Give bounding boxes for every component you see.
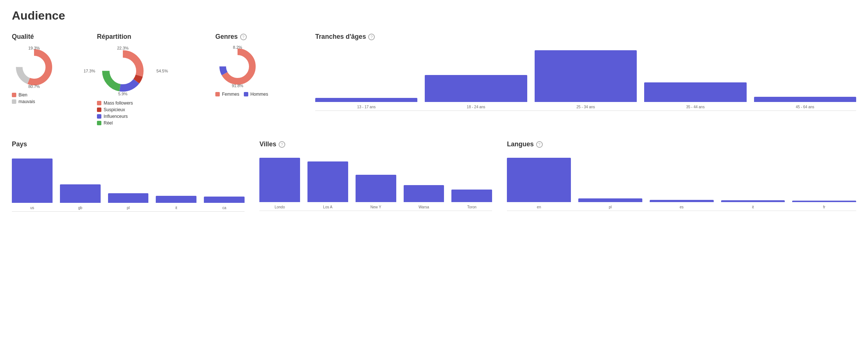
pays-title: Pays (12, 140, 245, 148)
genres-help-icon[interactable]: ? (240, 34, 247, 40)
qualite-title: Qualité (12, 33, 34, 41)
villes-header: Villes ? (259, 140, 492, 148)
bar-group-Londo: Londo (259, 158, 300, 209)
bar-label-18 - 24 ans: 18 - 24 ans (467, 105, 485, 109)
bar-label-fr: fr (823, 205, 825, 209)
bar-label-Los A: Los A (323, 205, 332, 209)
legend-label-suspicieux: Suspicieux (104, 107, 125, 112)
legend-dot-influenceurs (97, 114, 101, 119)
langues-help-icon[interactable]: ? (536, 141, 543, 148)
bar-ca (204, 197, 245, 203)
genres-legend: Femmes Hommes (215, 92, 268, 97)
langues-section: Langues ? enplesitfr (507, 140, 856, 212)
bar-label-45 - 64 ans: 45 - 64 ans (796, 105, 814, 109)
bar-en (507, 158, 571, 202)
bar-New Y (356, 175, 396, 202)
bar-label-25 - 34 ans: 25 - 34 ans (576, 105, 595, 109)
legend-label-mass: Mass followers (104, 100, 133, 106)
bar-label-en: en (537, 205, 541, 209)
legend-label-bien: Bien (18, 92, 27, 98)
genres-section: Genres ? 8.2% 91.8% Femmes Hommes (215, 33, 297, 97)
legend-item-reel: Réel (97, 120, 133, 126)
bar-label-gb: gb (78, 206, 82, 210)
bar-group-es: es (650, 200, 714, 209)
bar-fr (792, 201, 856, 202)
bar-label-Londo: Londo (275, 205, 285, 209)
repartition-legend: Mass followers Suspicieux Influenceurs R… (97, 100, 133, 126)
bar-pl (108, 193, 149, 203)
pays-section: Pays usgbplitca (12, 140, 245, 212)
repartition-label-right: 54.5% (157, 69, 168, 73)
bar-25 - 34 ans (535, 50, 637, 102)
bar-label-35 - 44 ans: 35 - 44 ans (686, 105, 704, 109)
bar-label-us: us (30, 206, 34, 210)
bar-group-Los A: Los A (307, 161, 348, 209)
legend-item-influenceurs: Influenceurs (97, 114, 133, 119)
repartition-donut: 22.3% 54.5% 5.9% 17.3% (97, 45, 149, 97)
bar-35 - 44 ans (644, 82, 746, 102)
langues-header: Langues ? (507, 140, 856, 148)
bar-it (156, 196, 196, 203)
legend-item-bien: Bien (12, 92, 35, 98)
repartition-label-bottom: 5.9% (118, 92, 127, 96)
bar-group-Warsa: Warsa (404, 185, 444, 209)
genres-header: Genres ? (215, 33, 247, 41)
bar-label-it: it (175, 206, 177, 210)
bar-us (12, 159, 53, 203)
langues-title: Langues (507, 140, 534, 148)
pays-bar-chart: usgbplitca (12, 153, 245, 212)
bar-group-New Y: New Y (356, 175, 396, 209)
bar-group-fr: fr (792, 201, 856, 209)
bar-group-25 - 34 ans: 25 - 34 ans (535, 50, 637, 109)
langues-bar-chart: enplesitfr (507, 152, 856, 211)
legend-dot-mauvais (12, 99, 16, 104)
legend-label-reel: Réel (104, 120, 113, 126)
repartition-label-top: 22.3% (117, 46, 128, 50)
qualite-label-bottom: 80.7% (28, 84, 40, 89)
bar-group-it: it (156, 196, 196, 210)
qualite-donut: 19.3% 80.7% (12, 45, 56, 89)
bar-label-it: it (752, 205, 754, 209)
tranches-bar-chart: 13 - 17 ans18 - 24 ans25 - 34 ans35 - 44… (315, 44, 856, 111)
repartition-section: Répartition 22.3% 54.5% 5.9% 17.3% (97, 33, 201, 126)
legend-item-mass: Mass followers (97, 100, 133, 106)
legend-item-mauvais: mauvais (12, 99, 35, 104)
villes-section: Villes ? LondoLos ANew YWarsaToron (259, 140, 492, 212)
qualite-label-top: 19.3% (28, 46, 40, 50)
bar-group-35 - 44 ans: 35 - 44 ans (644, 82, 746, 109)
bar-group-us: us (12, 159, 53, 210)
genres-label-top: 8.2% (233, 45, 242, 50)
genres-donut: 8.2% 91.8% (215, 44, 260, 89)
bar-label-es: es (680, 205, 684, 209)
bar-label-Warsa: Warsa (418, 205, 429, 209)
villes-help-icon[interactable]: ? (279, 141, 285, 148)
tranches-ages-section: Tranches d'âges ? 13 - 17 ans18 - 24 ans… (315, 33, 856, 111)
genres-title: Genres (215, 33, 238, 41)
tranches-help-icon[interactable]: ? (368, 34, 375, 40)
tranches-header: Tranches d'âges ? (315, 33, 856, 41)
bar-group-gb: gb (60, 184, 101, 210)
legend-item-suspicieux: Suspicieux (97, 107, 133, 112)
bar-label-New Y: New Y (370, 205, 381, 209)
qualite-section: Qualité 19.3% 80.7% Bien mauvais (12, 33, 86, 104)
bar-group-pl: pl (108, 193, 149, 210)
legend-dot-reel (97, 121, 101, 125)
legend-dot-bien (12, 93, 16, 97)
svg-point-6 (223, 52, 252, 81)
bar-gb (60, 184, 101, 203)
bar-it (721, 200, 785, 202)
legend-label-mauvais: mauvais (18, 99, 35, 104)
bar-Londo (259, 158, 300, 202)
bar-45 - 64 ans (754, 97, 856, 102)
repartition-title: Répartition (97, 33, 131, 41)
bar-18 - 24 ans (425, 75, 527, 102)
tranches-title: Tranches d'âges (315, 33, 366, 41)
legend-dot-hommes (244, 92, 248, 96)
bar-Warsa (404, 185, 444, 202)
qualite-legend: Bien mauvais (12, 92, 35, 104)
legend-label-influenceurs: Influenceurs (104, 114, 128, 119)
bar-group-en: en (507, 158, 571, 209)
legend-item-femmes: Femmes (215, 92, 239, 97)
bar-group-45 - 64 ans: 45 - 64 ans (754, 97, 856, 109)
legend-label-femmes: Femmes (222, 92, 239, 97)
